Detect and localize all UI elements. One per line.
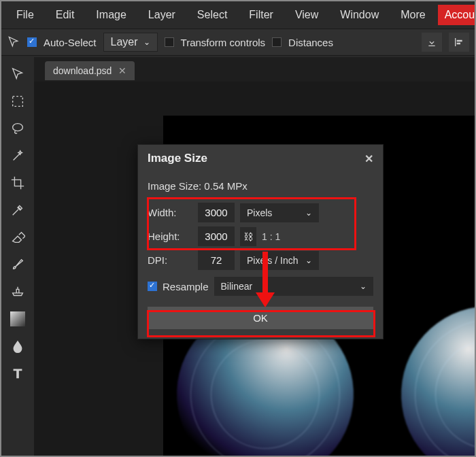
close-icon[interactable]: ✕ [364,152,373,165]
menu-select[interactable]: Select [188,3,237,27]
tab-filename: download.psd [53,65,112,76]
magic-wand-tool[interactable] [4,143,31,169]
resample-method-dropdown[interactable]: Bilinear ⌄ [214,277,373,296]
menu-more[interactable]: More [391,3,435,27]
transform-controls-checkbox[interactable] [165,37,174,47]
close-tab-icon[interactable]: ✕ [118,65,126,76]
gradient-tool[interactable] [10,311,25,326]
width-label: Width: [148,207,192,218]
link-ratio-icon[interactable]: ⛓ [240,227,256,246]
document-tabs: download.psd ✕ [34,57,475,82]
clone-stamp-tool[interactable] [4,279,31,305]
dpi-input[interactable] [198,250,235,270]
chevron-down-icon: ⌄ [143,37,150,47]
download-icon[interactable] [422,33,442,52]
menu-edit[interactable]: Edit [46,3,84,27]
width-unit-dropdown[interactable]: Pixels ⌄ [240,203,319,222]
dpi-unit-dropdown[interactable]: Pixels / Inch ⌄ [240,251,319,270]
eyedropper-tool[interactable] [4,197,31,223]
brush-tool[interactable] [4,252,31,277]
menu-window[interactable]: Window [330,3,388,27]
svg-point-1 [13,124,23,131]
menu-filter[interactable]: Filter [239,3,283,27]
move-tool[interactable] [4,61,31,87]
crop-tool[interactable] [4,170,31,196]
aspect-ratio: 1 : 1 [262,231,280,242]
dpi-unit-label: Pixels / Inch [247,255,298,266]
transform-controls-label: Transform controls [181,37,265,48]
menu-bar: File Edit Image Layer Select Filter View… [1,1,475,29]
chevron-down-icon: ⌄ [305,208,312,218]
menu-account[interactable]: Account [438,5,476,25]
blur-tool[interactable] [4,333,31,359]
height-input[interactable] [198,226,235,246]
options-bar: Auto-Select Layer ⌄ Transform controls D… [1,29,475,56]
height-label: Height: [148,231,192,242]
menu-layer[interactable]: Layer [139,3,185,27]
align-icon[interactable] [449,33,469,52]
layer-dropdown[interactable]: Layer ⌄ [103,33,158,52]
menu-view[interactable]: View [286,3,328,27]
resample-label: Resample [163,281,209,292]
menu-image[interactable]: Image [86,3,135,27]
document-tab[interactable]: download.psd ✕ [45,61,135,80]
lasso-tool[interactable] [4,116,31,141]
artwork [376,281,476,456]
width-unit-label: Pixels [247,207,272,218]
marquee-tool[interactable] [4,88,31,114]
svg-rect-0 [13,97,23,107]
dialog-title: Image Size [148,152,207,165]
auto-select-label: Auto-Select [44,37,97,48]
ok-button[interactable]: OK [148,307,373,329]
distances-checkbox[interactable] [272,37,282,47]
distances-label: Distances [288,37,333,48]
menu-file[interactable]: File [7,3,44,27]
auto-select-checkbox[interactable] [27,37,37,47]
layer-dropdown-label: Layer [111,36,138,48]
type-tool[interactable] [4,360,31,386]
move-tool-icon [7,35,20,49]
resample-method-label: Bilinear [221,281,253,292]
dpi-label: DPI: [148,254,192,266]
eraser-tool[interactable] [4,224,31,250]
image-size-info: Image Size: 0.54 MPx [148,177,373,199]
image-size-dialog: Image Size ✕ Image Size: 0.54 MPx Width:… [137,144,384,339]
tool-palette [1,57,34,456]
resample-checkbox[interactable] [148,282,157,291]
chevron-down-icon: ⌄ [305,256,312,265]
chevron-down-icon: ⌄ [360,282,367,291]
width-input[interactable] [198,203,235,222]
